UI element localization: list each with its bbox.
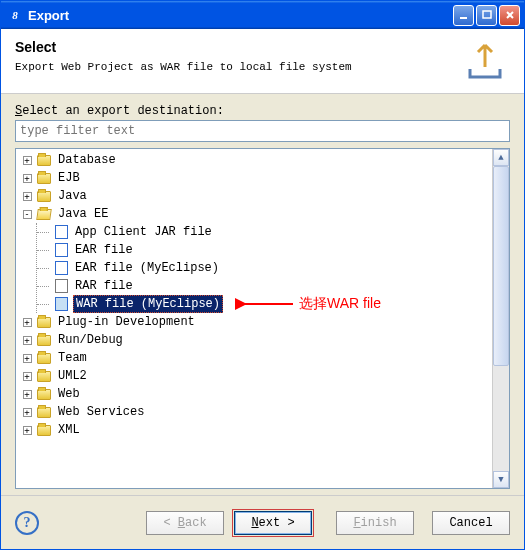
- tree-node-ejb[interactable]: +EJB: [18, 169, 490, 187]
- tree-node-run-debug[interactable]: +Run/Debug: [18, 331, 490, 349]
- close-button[interactable]: [499, 5, 520, 26]
- scroll-up-button[interactable]: ▲: [493, 149, 509, 166]
- tree-node-team[interactable]: +Team: [18, 349, 490, 367]
- rar-icon: [53, 278, 69, 294]
- button-bar: ? < Back Next > Finish Cancel: [1, 495, 524, 549]
- export-tree[interactable]: +Database +EJB +Java -Java EE App Client…: [16, 149, 492, 488]
- tree-node-xml[interactable]: +XML: [18, 421, 490, 439]
- window-title: Export: [28, 8, 453, 23]
- tree-leaf-war-file-myeclipse[interactable]: WAR file (MyEclipse): [37, 295, 490, 313]
- maximize-button[interactable]: [476, 5, 497, 26]
- wizard-body: Select an export destination: +Database …: [1, 94, 524, 495]
- tree-node-plugin-dev[interactable]: +Plug-in Development: [18, 313, 490, 331]
- jar-icon: [53, 224, 69, 240]
- finish-button[interactable]: Finish: [336, 511, 414, 535]
- tree-leaf-ear-file-myeclipse[interactable]: EAR file (MyEclipse): [37, 259, 490, 277]
- tree-leaf-ear-file[interactable]: EAR file: [37, 241, 490, 259]
- tree-node-web-services[interactable]: +Web Services: [18, 403, 490, 421]
- tree-node-java-ee[interactable]: -Java EE: [18, 205, 490, 223]
- scroll-down-button[interactable]: ▼: [493, 471, 509, 488]
- ear-icon: [53, 242, 69, 258]
- ear-icon: [53, 260, 69, 276]
- help-button[interactable]: ?: [15, 511, 39, 535]
- tree-container: +Database +EJB +Java -Java EE App Client…: [15, 148, 510, 489]
- app-icon: 8: [7, 7, 23, 23]
- scroll-thumb[interactable]: [493, 166, 509, 366]
- minimize-button[interactable]: [453, 5, 474, 26]
- wizard-header: Select Export Web Project as WAR file to…: [1, 29, 524, 94]
- filter-input[interactable]: [15, 120, 510, 142]
- tree-leaf-app-client-jar[interactable]: App Client JAR file: [37, 223, 490, 241]
- export-icon: [464, 39, 506, 83]
- selected-item-label: WAR file (MyEclipse): [73, 295, 223, 313]
- tree-node-database[interactable]: +Database: [18, 151, 490, 169]
- page-description: Export Web Project as WAR file to local …: [15, 61, 454, 73]
- page-title: Select: [15, 39, 454, 55]
- back-button[interactable]: < Back: [146, 511, 224, 535]
- vertical-scrollbar[interactable]: ▲ ▼: [492, 149, 509, 488]
- svg-rect-1: [483, 11, 491, 18]
- tree-node-uml2[interactable]: +UML2: [18, 367, 490, 385]
- tree-node-java[interactable]: +Java: [18, 187, 490, 205]
- svg-rect-0: [460, 17, 467, 19]
- title-bar[interactable]: 8 Export: [1, 1, 524, 29]
- cancel-button[interactable]: Cancel: [432, 511, 510, 535]
- export-dialog: 8 Export Select Export Web Project as WA…: [0, 0, 525, 550]
- tree-node-web[interactable]: +Web: [18, 385, 490, 403]
- tree-leaf-rar-file[interactable]: RAR file: [37, 277, 490, 295]
- war-icon: [53, 296, 69, 312]
- next-button[interactable]: Next >: [234, 511, 312, 535]
- destination-label: Select an export destination:: [15, 104, 510, 118]
